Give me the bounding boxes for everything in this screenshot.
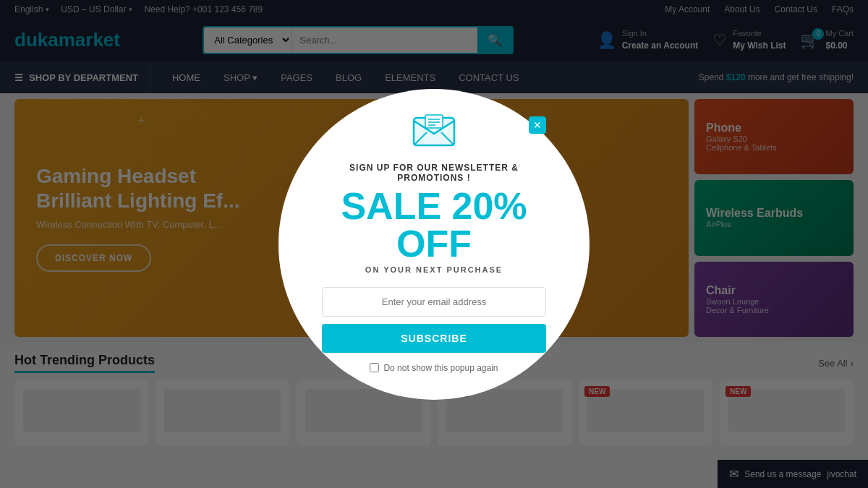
svg-rect-1 — [425, 115, 443, 128]
overlay: ✕ SIGN UP FOR OUR NEWSLETTER & PROMOTION… — [0, 0, 868, 488]
popup-sale-text: SALE 20% OFF — [322, 187, 546, 262]
no-show-row: Do not show this popup again — [370, 363, 498, 373]
popup-subtitle: ON YOUR NEXT PURCHASE — [365, 265, 503, 274]
no-show-checkbox[interactable] — [370, 363, 379, 372]
newsletter-popup: ✕ SIGN UP FOR OUR NEWSLETTER & PROMOTION… — [278, 89, 590, 400]
email-envelope-icon — [412, 112, 456, 155]
popup-tagline: SIGN UP FOR OUR NEWSLETTER & PROMOTIONS … — [322, 163, 546, 183]
no-show-label: Do not show this popup again — [383, 363, 498, 373]
email-input[interactable] — [322, 287, 546, 317]
popup-close-button[interactable]: ✕ — [529, 116, 546, 134]
subscribe-button[interactable]: SUBSCRIBE — [322, 324, 546, 353]
